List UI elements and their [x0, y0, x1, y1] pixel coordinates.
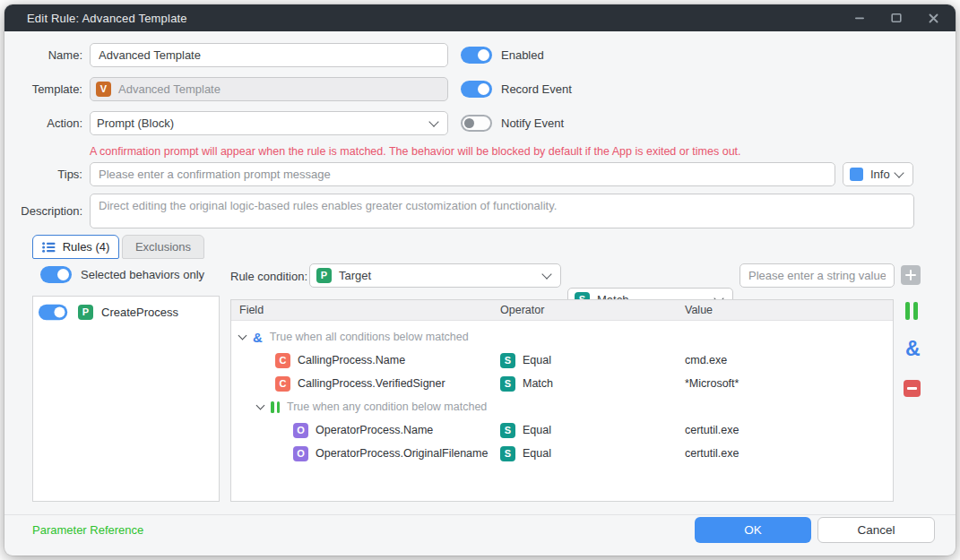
- chevron-down-icon[interactable]: [256, 401, 265, 409]
- behavior-list: PCreateProcess: [33, 300, 219, 323]
- target-badge-icon: P: [316, 268, 332, 283]
- notify-event-toggle[interactable]: [461, 115, 492, 132]
- minimize-icon[interactable]: [853, 12, 866, 24]
- list-icon: [42, 242, 56, 253]
- table-row[interactable]: OOperatorProcess.NameSEqualcertutil.exe: [231, 418, 893, 442]
- edit-rule-dialog: Edit Rule: Advanced Template Name: Enabl…: [4, 4, 956, 556]
- behavior-list-item[interactable]: PCreateProcess: [33, 300, 219, 323]
- tips-label: Tips:: [4, 168, 82, 181]
- action-select[interactable]: Prompt (Block): [90, 111, 448, 135]
- remove-condition-button[interactable]: [904, 380, 921, 397]
- template-badge-icon: V: [96, 82, 111, 97]
- header-value: Value: [685, 300, 713, 320]
- add-condition-button[interactable]: [901, 265, 921, 285]
- type-badge-icon: C: [275, 376, 290, 392]
- chevron-down-icon: [541, 269, 551, 279]
- enabled-toggle[interactable]: [461, 47, 492, 64]
- condition-operator: Equal: [523, 447, 551, 460]
- type-badge-icon: S: [500, 446, 515, 461]
- tab-rules[interactable]: Rules (4): [32, 235, 119, 259]
- condition-field: OperatorProcess.OriginalFilename: [316, 447, 488, 460]
- or-group-icon: [271, 401, 280, 413]
- type-badge-icon: O: [293, 446, 308, 461]
- level-value: Info: [870, 168, 890, 181]
- maximize-icon[interactable]: [890, 12, 903, 24]
- behavior-toggle[interactable]: [39, 304, 67, 319]
- record-event-toggle[interactable]: [461, 81, 492, 98]
- name-input[interactable]: [90, 43, 448, 67]
- type-badge-icon: O: [293, 423, 308, 438]
- selected-behaviors-toggle[interactable]: [40, 266, 72, 283]
- condition-operator: Equal: [523, 354, 551, 366]
- minus-icon: [907, 387, 917, 389]
- table-row[interactable]: True when any condition below matched: [231, 395, 893, 418]
- condition-operator: Equal: [523, 424, 551, 436]
- action-warning-text: A confirmation prompt will appear when t…: [90, 145, 741, 158]
- titlebar: Edit Rule: Advanced Template: [4, 4, 956, 31]
- notify-event-label: Notify Event: [501, 116, 564, 130]
- and-group-icon: &: [253, 331, 263, 344]
- behavior-label: CreateProcess: [101, 306, 178, 319]
- add-or-group-button[interactable]: [905, 302, 918, 320]
- template-field: V Advanced Template: [90, 77, 448, 101]
- add-and-group-button[interactable]: &: [905, 339, 921, 359]
- chevron-down-icon: [894, 168, 904, 177]
- cancel-button[interactable]: Cancel: [817, 517, 935, 543]
- action-value: Prompt (Block): [97, 116, 174, 130]
- tab-rules-label: Rules (4): [63, 240, 110, 254]
- target-value: Target: [339, 269, 371, 282]
- condition-value: cmd.exe: [685, 354, 727, 366]
- table-row[interactable]: OOperatorProcess.OriginalFilenameSEqualc…: [231, 442, 893, 465]
- type-badge-icon: P: [78, 305, 93, 320]
- enabled-label: Enabled: [501, 48, 544, 62]
- type-badge-icon: C: [275, 353, 290, 368]
- conditions-table: Field Operator Value &True when all cond…: [230, 299, 894, 502]
- table-header: Field Operator Value: [231, 300, 893, 321]
- window-title: Edit Rule: Advanced Template: [27, 12, 853, 25]
- name-label: Name:: [4, 48, 82, 62]
- record-event-label: Record Event: [501, 82, 572, 96]
- tab-exclusions[interactable]: Exclusions: [122, 235, 204, 259]
- condition-value: *Microsoft*: [685, 377, 739, 390]
- condition-value-input[interactable]: [739, 263, 895, 288]
- tips-input[interactable]: [90, 162, 835, 186]
- footer-divider: [4, 514, 956, 515]
- group-label: True when any condition below matched: [287, 401, 487, 413]
- or-group-icon: [905, 302, 910, 320]
- condition-tree: &True when all conditions below matchedC…: [231, 321, 893, 465]
- type-badge-icon: S: [500, 353, 515, 368]
- level-select[interactable]: Info: [843, 162, 913, 186]
- ok-button[interactable]: OK: [695, 517, 811, 543]
- template-value: Advanced Template: [118, 82, 221, 96]
- group-label: True when all conditions below matched: [270, 331, 469, 343]
- condition-field: OperatorProcess.Name: [316, 424, 433, 436]
- info-level-swatch: [850, 168, 863, 181]
- chevron-down-icon[interactable]: [238, 331, 247, 340]
- header-operator: Operator: [500, 300, 544, 320]
- type-badge-icon: S: [500, 376, 515, 392]
- behaviors-panel: PCreateProcess: [32, 296, 220, 502]
- table-row[interactable]: CCallingProcess.NameSEqualcmd.exe: [231, 349, 893, 372]
- action-label: Action:: [4, 116, 82, 130]
- template-label: Template:: [4, 82, 82, 96]
- table-row[interactable]: &True when all conditions below matched: [231, 325, 893, 349]
- parameter-reference-link[interactable]: Parameter Reference: [32, 523, 143, 537]
- condition-value: certutil.exe: [685, 424, 739, 436]
- condition-field: CallingProcess.VerifiedSigner: [298, 377, 445, 390]
- condition-field: CallingProcess.Name: [298, 354, 405, 366]
- condition-operator: Match: [523, 377, 553, 390]
- target-select[interactable]: P Target: [309, 263, 561, 288]
- header-field: Field: [239, 300, 264, 320]
- selected-behaviors-label: Selected behaviors only: [81, 268, 204, 281]
- table-row[interactable]: CCallingProcess.VerifiedSignerSMatch*Mic…: [231, 372, 893, 395]
- type-badge-icon: S: [500, 423, 515, 438]
- chevron-down-icon: [428, 116, 438, 126]
- description-label: Description:: [4, 204, 82, 218]
- rule-condition-label: Rule condition:: [230, 270, 307, 283]
- close-icon[interactable]: [927, 12, 939, 24]
- tab-exclusions-label: Exclusions: [135, 240, 191, 254]
- window-controls: [853, 12, 939, 24]
- condition-value: certutil.exe: [685, 447, 739, 460]
- description-textarea[interactable]: Direct editing the original logic-based …: [90, 194, 914, 228]
